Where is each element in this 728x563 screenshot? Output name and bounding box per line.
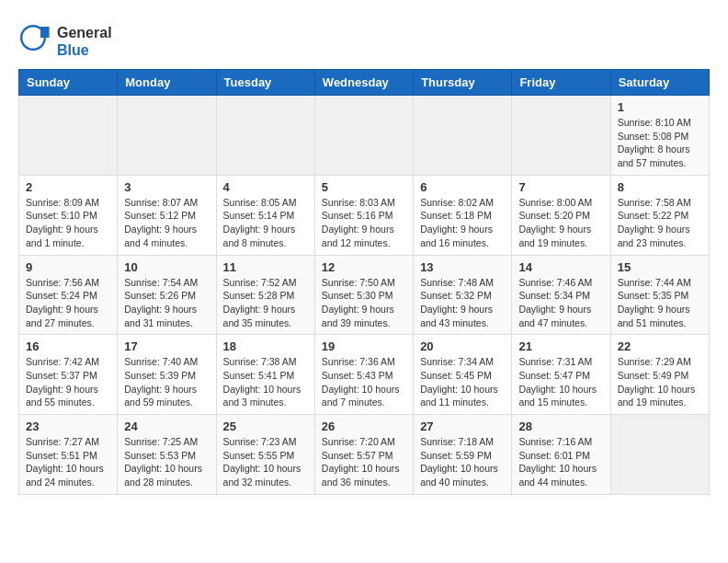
day-info: Sunrise: 7:20 AM Sunset: 5:57 PM Dayligh… bbox=[322, 435, 406, 489]
day-number: 7 bbox=[518, 180, 603, 194]
day-info: Sunrise: 8:00 AM Sunset: 5:20 PM Dayligh… bbox=[518, 196, 603, 250]
day-number: 10 bbox=[124, 260, 209, 274]
calendar-cell bbox=[610, 415, 709, 495]
logo-blue: Blue bbox=[57, 41, 112, 59]
day-number: 5 bbox=[322, 180, 406, 194]
calendar-week-row: 2Sunrise: 8:09 AM Sunset: 5:10 PM Daylig… bbox=[19, 175, 710, 255]
day-info: Sunrise: 8:02 AM Sunset: 5:18 PM Dayligh… bbox=[420, 196, 505, 250]
day-info: Sunrise: 8:09 AM Sunset: 5:10 PM Dayligh… bbox=[26, 196, 110, 250]
calendar-cell: 4Sunrise: 8:05 AM Sunset: 5:14 PM Daylig… bbox=[216, 175, 314, 255]
day-number: 8 bbox=[618, 180, 702, 194]
day-number: 25 bbox=[223, 419, 308, 433]
calendar-cell: 21Sunrise: 7:31 AM Sunset: 5:47 PM Dayli… bbox=[512, 335, 610, 415]
day-number: 28 bbox=[518, 419, 603, 433]
day-number: 11 bbox=[223, 260, 308, 274]
header: GeneralBlue bbox=[18, 18, 710, 60]
calendar-cell: 15Sunrise: 7:44 AM Sunset: 5:35 PM Dayli… bbox=[610, 255, 709, 335]
calendar-cell: 10Sunrise: 7:54 AM Sunset: 5:26 PM Dayli… bbox=[118, 255, 216, 335]
day-info: Sunrise: 7:54 AM Sunset: 5:26 PM Dayligh… bbox=[124, 276, 209, 330]
day-number: 26 bbox=[322, 419, 406, 433]
svg-marker-1 bbox=[40, 27, 50, 38]
calendar-cell bbox=[118, 96, 216, 176]
day-number: 24 bbox=[124, 419, 209, 433]
day-number: 22 bbox=[618, 339, 702, 353]
day-info: Sunrise: 7:27 AM Sunset: 5:51 PM Dayligh… bbox=[26, 435, 110, 489]
day-number: 21 bbox=[518, 339, 603, 353]
calendar-cell: 24Sunrise: 7:25 AM Sunset: 5:53 PM Dayli… bbox=[118, 415, 216, 495]
day-info: Sunrise: 7:29 AM Sunset: 5:49 PM Dayligh… bbox=[618, 355, 702, 409]
weekday-header-monday: Monday bbox=[118, 70, 216, 96]
day-info: Sunrise: 7:38 AM Sunset: 5:41 PM Dayligh… bbox=[223, 355, 308, 409]
day-info: Sunrise: 7:44 AM Sunset: 5:35 PM Dayligh… bbox=[618, 276, 702, 330]
day-info: Sunrise: 7:40 AM Sunset: 5:39 PM Dayligh… bbox=[124, 355, 209, 409]
day-info: Sunrise: 7:52 AM Sunset: 5:28 PM Dayligh… bbox=[223, 276, 308, 330]
day-info: Sunrise: 7:16 AM Sunset: 6:01 PM Dayligh… bbox=[518, 435, 603, 489]
day-info: Sunrise: 8:07 AM Sunset: 5:12 PM Dayligh… bbox=[124, 196, 209, 250]
weekday-header-tuesday: Tuesday bbox=[216, 70, 314, 96]
calendar-cell: 16Sunrise: 7:42 AM Sunset: 5:37 PM Dayli… bbox=[19, 335, 118, 415]
day-number: 12 bbox=[322, 260, 406, 274]
calendar-cell: 1Sunrise: 8:10 AM Sunset: 5:08 PM Daylig… bbox=[610, 96, 709, 176]
calendar-cell: 8Sunrise: 7:58 AM Sunset: 5:22 PM Daylig… bbox=[610, 175, 709, 255]
day-number: 14 bbox=[518, 260, 603, 274]
calendar-cell bbox=[314, 96, 413, 176]
day-number: 1 bbox=[618, 100, 702, 114]
calendar-week-row: 9Sunrise: 7:56 AM Sunset: 5:24 PM Daylig… bbox=[19, 255, 710, 335]
day-number: 17 bbox=[124, 339, 209, 353]
calendar-cell: 20Sunrise: 7:34 AM Sunset: 5:45 PM Dayli… bbox=[414, 335, 512, 415]
calendar-cell: 17Sunrise: 7:40 AM Sunset: 5:39 PM Dayli… bbox=[118, 335, 216, 415]
day-info: Sunrise: 7:56 AM Sunset: 5:24 PM Dayligh… bbox=[26, 276, 110, 330]
day-number: 6 bbox=[420, 180, 505, 194]
logo-general: General bbox=[57, 24, 112, 41]
day-info: Sunrise: 7:31 AM Sunset: 5:47 PM Dayligh… bbox=[518, 355, 603, 409]
day-number: 4 bbox=[223, 180, 308, 194]
day-number: 27 bbox=[420, 419, 505, 433]
day-number: 20 bbox=[420, 339, 505, 353]
day-info: Sunrise: 7:18 AM Sunset: 5:59 PM Dayligh… bbox=[420, 435, 505, 489]
day-info: Sunrise: 7:25 AM Sunset: 5:53 PM Dayligh… bbox=[124, 435, 209, 489]
calendar-cell: 18Sunrise: 7:38 AM Sunset: 5:41 PM Dayli… bbox=[216, 335, 314, 415]
weekday-header-row: SundayMondayTuesdayWednesdayThursdayFrid… bbox=[19, 70, 710, 96]
calendar-week-row: 16Sunrise: 7:42 AM Sunset: 5:37 PM Dayli… bbox=[19, 335, 710, 415]
calendar-cell: 27Sunrise: 7:18 AM Sunset: 5:59 PM Dayli… bbox=[414, 415, 512, 495]
weekday-header-sunday: Sunday bbox=[19, 70, 118, 96]
calendar-cell: 2Sunrise: 8:09 AM Sunset: 5:10 PM Daylig… bbox=[19, 175, 118, 255]
calendar-cell: 19Sunrise: 7:36 AM Sunset: 5:43 PM Dayli… bbox=[314, 335, 413, 415]
calendar-cell bbox=[19, 96, 118, 176]
day-info: Sunrise: 8:03 AM Sunset: 5:16 PM Dayligh… bbox=[322, 196, 406, 250]
day-info: Sunrise: 7:36 AM Sunset: 5:43 PM Dayligh… bbox=[322, 355, 406, 409]
weekday-header-saturday: Saturday bbox=[610, 70, 709, 96]
calendar-cell: 12Sunrise: 7:50 AM Sunset: 5:30 PM Dayli… bbox=[314, 255, 413, 335]
calendar-cell: 9Sunrise: 7:56 AM Sunset: 5:24 PM Daylig… bbox=[19, 255, 118, 335]
calendar-cell: 7Sunrise: 8:00 AM Sunset: 5:20 PM Daylig… bbox=[512, 175, 610, 255]
day-info: Sunrise: 7:50 AM Sunset: 5:30 PM Dayligh… bbox=[322, 276, 406, 330]
day-info: Sunrise: 8:10 AM Sunset: 5:08 PM Dayligh… bbox=[618, 116, 702, 170]
logo: GeneralBlue bbox=[18, 23, 112, 60]
weekday-header-friday: Friday bbox=[512, 70, 610, 96]
day-number: 13 bbox=[420, 260, 505, 274]
day-number: 19 bbox=[322, 339, 406, 353]
calendar-cell: 23Sunrise: 7:27 AM Sunset: 5:51 PM Dayli… bbox=[19, 415, 118, 495]
day-info: Sunrise: 7:23 AM Sunset: 5:55 PM Dayligh… bbox=[223, 435, 308, 489]
calendar-cell: 5Sunrise: 8:03 AM Sunset: 5:16 PM Daylig… bbox=[314, 175, 413, 255]
calendar-cell bbox=[512, 96, 610, 176]
calendar-week-row: 23Sunrise: 7:27 AM Sunset: 5:51 PM Dayli… bbox=[19, 415, 710, 495]
calendar-cell: 26Sunrise: 7:20 AM Sunset: 5:57 PM Dayli… bbox=[314, 415, 413, 495]
calendar-cell: 6Sunrise: 8:02 AM Sunset: 5:18 PM Daylig… bbox=[414, 175, 512, 255]
day-number: 9 bbox=[26, 260, 110, 274]
day-number: 15 bbox=[618, 260, 702, 274]
weekday-header-wednesday: Wednesday bbox=[314, 70, 413, 96]
day-info: Sunrise: 7:42 AM Sunset: 5:37 PM Dayligh… bbox=[26, 355, 110, 409]
calendar-cell: 22Sunrise: 7:29 AM Sunset: 5:49 PM Dayli… bbox=[610, 335, 709, 415]
calendar-cell: 3Sunrise: 8:07 AM Sunset: 5:12 PM Daylig… bbox=[118, 175, 216, 255]
calendar-table: SundayMondayTuesdayWednesdayThursdayFrid… bbox=[18, 69, 710, 495]
day-info: Sunrise: 7:46 AM Sunset: 5:34 PM Dayligh… bbox=[518, 276, 603, 330]
day-info: Sunrise: 7:34 AM Sunset: 5:45 PM Dayligh… bbox=[420, 355, 505, 409]
calendar-cell bbox=[414, 96, 512, 176]
calendar-cell: 25Sunrise: 7:23 AM Sunset: 5:55 PM Dayli… bbox=[216, 415, 314, 495]
day-number: 16 bbox=[26, 339, 110, 353]
day-info: Sunrise: 7:58 AM Sunset: 5:22 PM Dayligh… bbox=[618, 196, 702, 250]
calendar-cell bbox=[216, 96, 314, 176]
calendar-cell: 11Sunrise: 7:52 AM Sunset: 5:28 PM Dayli… bbox=[216, 255, 314, 335]
logo-icon bbox=[18, 23, 55, 60]
